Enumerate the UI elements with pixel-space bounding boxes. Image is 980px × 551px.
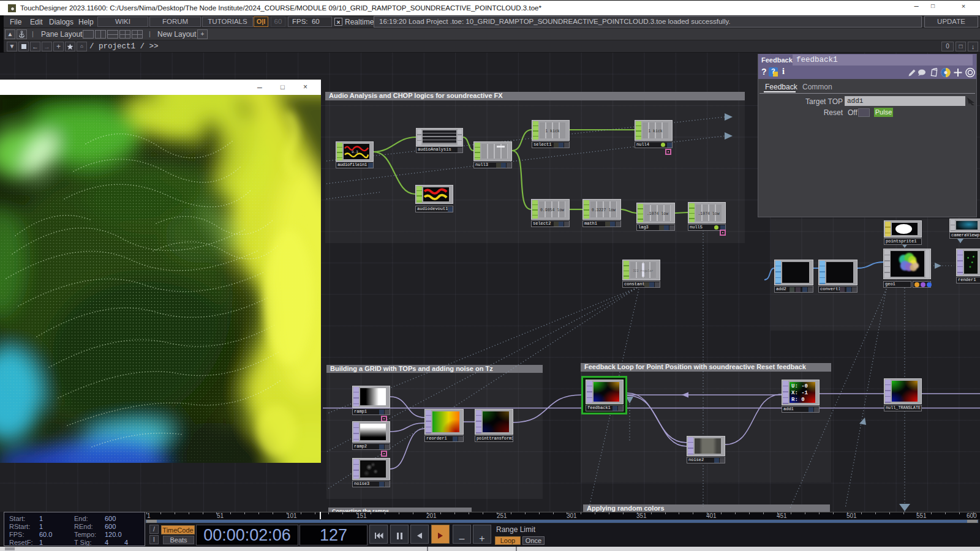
svg-text:0.3: 0.3 (352, 150, 358, 154)
